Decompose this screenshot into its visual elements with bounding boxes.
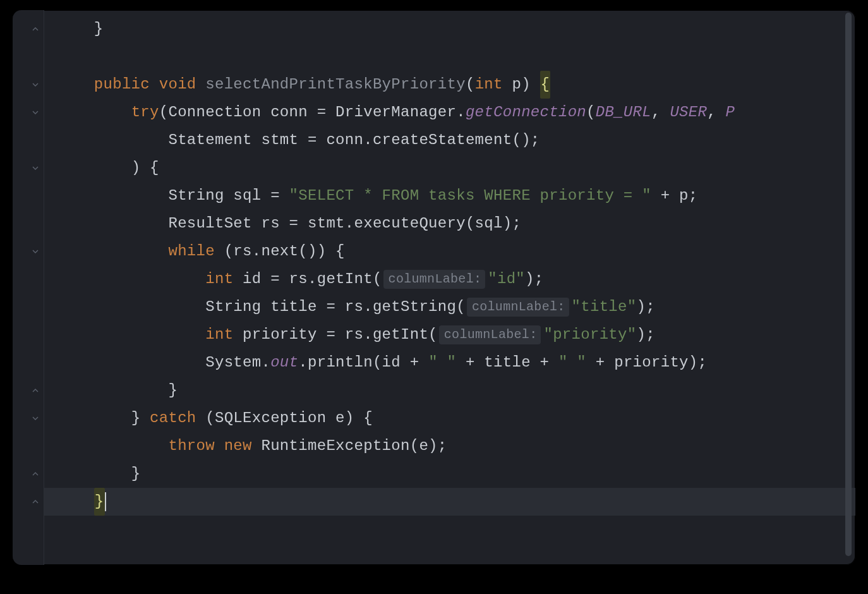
gutter-row	[13, 460, 44, 488]
code-text	[57, 404, 131, 432]
gutter-row	[13, 238, 44, 265]
parameter-hint: columnLabel:	[383, 270, 486, 289]
code-text: ,	[707, 99, 725, 126]
gutter	[13, 10, 44, 565]
code-line[interactable]: System.out.println(id + " " + title + " …	[44, 349, 855, 377]
keyword-try: try	[131, 99, 159, 126]
gutter-row	[13, 432, 44, 460]
code-text: (rs.next()) {	[215, 238, 345, 265]
code-line[interactable]: ResultSet rs = stmt.executeQuery(sql);	[44, 210, 855, 238]
code-text: + priority);	[586, 349, 707, 377]
fold-collapse-icon[interactable]	[31, 386, 40, 395]
fold-collapse-icon[interactable]	[31, 497, 40, 506]
code-text: (SQLException e) {	[196, 404, 373, 432]
code-line[interactable]: int id = rs.getInt(columnLabel:"id");	[44, 265, 855, 293]
gutter-row	[13, 404, 44, 432]
code-line[interactable]: }	[44, 460, 855, 488]
keyword-while: while	[168, 238, 215, 265]
code-text	[57, 377, 168, 404]
code-text: ) {	[131, 154, 159, 182]
constant-dburl: DB_URL	[596, 99, 651, 126]
string-literal: "priority"	[543, 321, 636, 349]
constant-truncated: P	[726, 99, 735, 126]
code-text: (	[159, 99, 169, 126]
code-text	[57, 349, 205, 377]
fold-collapse-icon[interactable]	[31, 25, 40, 33]
fold-expand-icon[interactable]	[31, 80, 40, 89]
code-lines: } public void selectAndPrintTaskByPriori…	[44, 15, 855, 516]
code-text	[150, 71, 159, 99]
code-line[interactable]: Statement stmt = conn.createStatement();	[44, 126, 855, 154]
gutter-row	[13, 43, 44, 71]
static-field-out: out	[270, 349, 298, 377]
fold-expand-icon[interactable]	[31, 108, 40, 117]
editor-frame: } public void selectAndPrintTaskByPriori…	[13, 10, 855, 565]
gutter-row	[13, 321, 44, 349]
gutter-row	[13, 15, 44, 43]
gutter-row	[13, 293, 44, 321]
code-line[interactable]: String title = rs.getString(columnLabel:…	[44, 293, 855, 321]
keyword-new: new	[224, 432, 252, 460]
code-line[interactable]: int priority = rs.getInt(columnLabel:"pr…	[44, 321, 855, 349]
keyword-catch: catch	[150, 404, 196, 432]
gutter-row	[13, 126, 44, 154]
keyword-public: public	[94, 71, 150, 99]
gutter-row	[13, 154, 44, 182]
code-text: }	[57, 15, 104, 43]
code-line[interactable]: while (rs.next()) {	[44, 238, 855, 265]
code-text	[57, 265, 205, 293]
code-text	[57, 488, 94, 516]
code-text: );	[525, 265, 543, 293]
code-line[interactable]: }	[44, 15, 855, 43]
fold-collapse-icon[interactable]	[31, 470, 40, 478]
string-literal: "SELECT * FROM tasks WHERE priority = "	[289, 182, 651, 210]
code-area[interactable]: } public void selectAndPrintTaskByPriori…	[44, 10, 855, 565]
code-text: Statement stmt = conn.createStatement();	[168, 126, 539, 154]
string-literal: " "	[428, 349, 456, 377]
static-method: getConnection	[466, 99, 586, 126]
code-text	[57, 432, 168, 460]
code-text: ResultSet rs = stmt.executeQuery(sql);	[168, 210, 521, 238]
code-text: id = rs.getInt(	[233, 265, 382, 293]
keyword-throw: throw	[168, 432, 215, 460]
code-line[interactable]: ) {	[44, 154, 855, 182]
code-text	[503, 71, 512, 99]
code-text: System.	[205, 349, 270, 377]
constant-user: USER	[670, 99, 707, 126]
code-line[interactable]: public void selectAndPrintTaskByPriority…	[44, 71, 855, 99]
code-text	[57, 182, 168, 210]
code-text	[57, 126, 168, 154]
code-line[interactable]: String sql = "SELECT * FROM tasks WHERE …	[44, 182, 855, 210]
code-text: (	[466, 71, 475, 99]
gutter-lines	[13, 15, 44, 516]
code-text	[57, 99, 131, 126]
code-text	[57, 238, 168, 265]
param-name: p	[512, 71, 521, 99]
fold-expand-icon[interactable]	[31, 247, 40, 256]
code-line[interactable]	[44, 43, 855, 71]
text-caret	[105, 492, 106, 511]
method-name: selectAndPrintTaskByPriority	[205, 71, 466, 99]
code-text	[57, 210, 168, 238]
gutter-row	[13, 210, 44, 238]
code-text: priority = rs.getInt(	[233, 321, 437, 349]
code-line[interactable]: }	[44, 488, 855, 516]
code-text: (	[586, 99, 596, 126]
code-line[interactable]: } catch (SQLException e) {	[44, 404, 855, 432]
parameter-hint: columnLabel:	[467, 298, 569, 317]
code-line[interactable]: throw new RuntimeException(e);	[44, 432, 855, 460]
fold-expand-icon[interactable]	[31, 164, 40, 173]
code-text: )	[521, 71, 539, 99]
gutter-row	[13, 377, 44, 404]
code-text: );	[636, 293, 654, 321]
keyword-int: int	[475, 71, 503, 99]
code-text	[57, 460, 131, 488]
code-text: }	[131, 404, 150, 432]
brace-open-matched: {	[540, 71, 551, 99]
keyword-int: int	[205, 265, 233, 293]
code-line[interactable]: try(Connection conn = DriverManager.getC…	[44, 99, 855, 126]
code-text: + title +	[456, 349, 558, 377]
code-line[interactable]: }	[44, 377, 855, 404]
parameter-hint: columnLabel:	[439, 325, 541, 344]
fold-expand-icon[interactable]	[31, 414, 40, 423]
